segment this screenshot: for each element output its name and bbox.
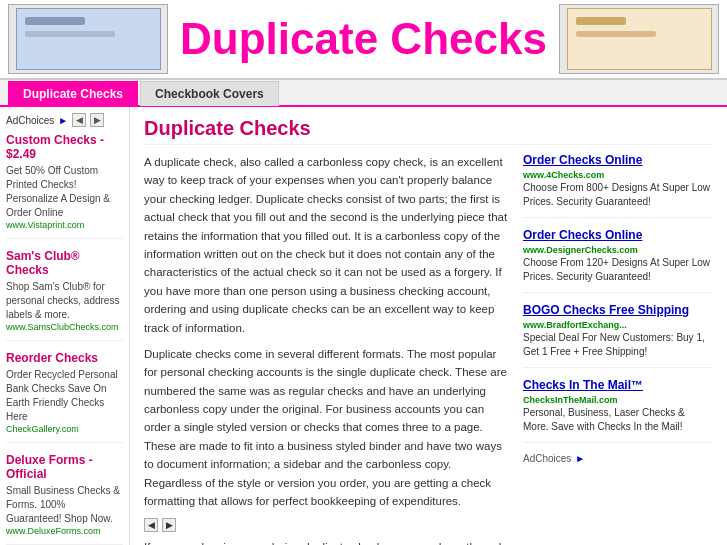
header-check-image-right [559, 4, 719, 74]
right-ad-3-desc: Special Deal For New Customers: Buy 1, G… [523, 331, 713, 359]
check-image-left [16, 8, 161, 70]
sidebar-next-btn[interactable]: ▶ [90, 113, 104, 127]
nav-tabs-bar: Duplicate Checks Checkbook Covers [0, 80, 727, 107]
sidebar-reorder-text: Order Recycled Personal Bank Checks Save… [6, 368, 123, 424]
page-header: Duplicate Checks [0, 0, 727, 80]
content-area: Duplicate Checks A duplicate check, also… [130, 107, 727, 545]
content-nav-arrows: ◀ ▶ [144, 518, 509, 532]
tab-checkbook-covers[interactable]: Checkbook Covers [140, 81, 279, 106]
content-para-1: A duplicate check, also called a carbonl… [144, 153, 509, 337]
right-ad-2-url: www.DesignerChecks.com [523, 245, 638, 255]
right-ad-bogo: BOGO Checks Free Shipping www.BradfortEx… [523, 303, 713, 368]
right-ads-panel: Order Checks Online www.4Checks.com Choo… [523, 153, 713, 545]
right-ad-1-desc: Choose From 800+ Designs At Super Low Pr… [523, 181, 713, 209]
right-ad-choices-icon: ► [575, 453, 585, 464]
ad-choices-label: AdChoices [6, 115, 54, 126]
content-prev-btn[interactable]: ◀ [144, 518, 158, 532]
sidebar-deluxe-text: Small Business Checks & Forms. 100% Guar… [6, 484, 123, 526]
right-ad-3-title[interactable]: BOGO Checks Free Shipping www.BradfortEx… [523, 303, 713, 331]
right-ad-1-url: www.4Checks.com [523, 170, 604, 180]
sidebar-section-reorder-checks: Reorder Checks Order Recycled Personal B… [6, 351, 123, 443]
header-title-area: Duplicate Checks [168, 14, 559, 64]
header-check-image-left [8, 4, 168, 74]
right-ad-1-link[interactable]: Order Checks Online [523, 153, 642, 167]
sidebar-sams-club-url[interactable]: www.SamsClubChecks.com [6, 322, 123, 332]
sidebar-section-deluxe-forms: Deluxe Forms - Official Small Business C… [6, 453, 123, 545]
sidebar-sams-club-title[interactable]: Sam's Club® Checks [6, 249, 123, 277]
right-ad-2-desc: Choose From 120+ Designs At Super Low Pr… [523, 256, 713, 284]
content-text: A duplicate check, also called a carbonl… [144, 153, 509, 545]
right-ad-4-title[interactable]: Checks In The Mail™ ChecksInTheMail.com [523, 378, 713, 406]
sidebar-deluxe-url[interactable]: www.DeluxeForms.com [6, 526, 123, 536]
sidebar-section-custom-checks: Custom Checks - $2.49 Get 50% Off Custom… [6, 133, 123, 239]
sidebar-prev-btn[interactable]: ◀ [72, 113, 86, 127]
sidebar-reorder-url[interactable]: CheckGallery.com [6, 424, 123, 434]
sidebar-ad-choices: AdChoices ► ◀ ▶ [6, 113, 123, 127]
sidebar-custom-checks-url[interactable]: www.Vistaprint.com [6, 220, 123, 230]
sidebar-section-sams-club: Sam's Club® Checks Shop Sam's Club® for … [6, 249, 123, 341]
content-title: Duplicate Checks [144, 117, 713, 145]
sidebar-custom-checks-title[interactable]: Custom Checks - $2.49 [6, 133, 123, 161]
right-ad-4-link[interactable]: Checks In The Mail™ [523, 378, 643, 392]
right-ad-4-desc: Personal, Business, Laser Checks & More.… [523, 406, 713, 434]
right-ad-3-link[interactable]: BOGO Checks Free Shipping [523, 303, 689, 317]
sidebar: AdChoices ► ◀ ▶ Custom Checks - $2.49 Ge… [0, 107, 130, 545]
content-next-btn[interactable]: ▶ [162, 518, 176, 532]
right-ad-2-link[interactable]: Order Checks Online [523, 228, 642, 242]
right-ad-1-title[interactable]: Order Checks Online www.4Checks.com [523, 153, 713, 181]
ad-choices-icon: ► [58, 115, 68, 126]
content-para-2: Duplicate checks come in several differe… [144, 345, 509, 511]
right-ad-choices: AdChoices ► [523, 453, 713, 464]
sidebar-sams-club-text: Shop Sam's Club® for personal checks, ad… [6, 280, 123, 322]
right-ad-order-checks-2: Order Checks Online www.DesignerChecks.c… [523, 228, 713, 293]
sidebar-custom-checks-text: Get 50% Off Custom Printed Checks! Perso… [6, 164, 123, 220]
right-ad-2-title[interactable]: Order Checks Online www.DesignerChecks.c… [523, 228, 713, 256]
right-ad-4-url: ChecksInTheMail.com [523, 395, 618, 405]
check-image-right [567, 8, 712, 70]
page-main-title: Duplicate Checks [168, 14, 559, 64]
right-ad-checks-in-mail: Checks In The Mail™ ChecksInTheMail.com … [523, 378, 713, 443]
right-ad-order-checks-1: Order Checks Online www.4Checks.com Choo… [523, 153, 713, 218]
main-layout: AdChoices ► ◀ ▶ Custom Checks - $2.49 Ge… [0, 107, 727, 545]
content-body: A duplicate check, also called a carbonl… [144, 153, 713, 545]
sidebar-reorder-title[interactable]: Reorder Checks [6, 351, 123, 365]
sidebar-deluxe-title[interactable]: Deluxe Forms - Official [6, 453, 123, 481]
content-para-3: If you are planning on ordering duplicat… [144, 538, 509, 545]
right-ad-choices-label: AdChoices [523, 453, 571, 464]
tab-duplicate-checks[interactable]: Duplicate Checks [8, 81, 138, 106]
right-ad-3-url: www.BradfortExchang... [523, 320, 627, 330]
